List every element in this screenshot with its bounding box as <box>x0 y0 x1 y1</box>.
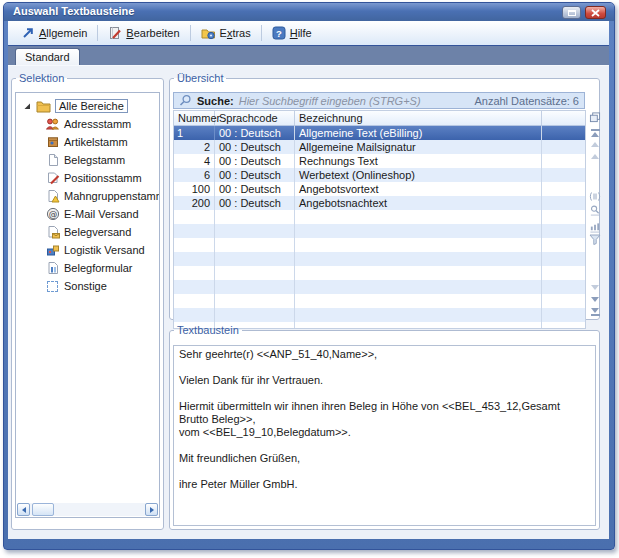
tree-item-belegversand[interactable]: Belegversand <box>16 223 159 241</box>
textbaustein-content[interactable]: Sehr geehrte(r) <<ANP_51_40,Name>>, Viel… <box>173 345 596 526</box>
scroll-right-button[interactable] <box>145 503 158 516</box>
selektion-groupbox: Selektion Alle Bereiche <box>11 72 164 530</box>
cell-sprachcode: 00 : Deutsch <box>215 154 295 168</box>
search-bar[interactable]: Suche: Hier Suchbegriff eingeben (STRG+S… <box>173 92 585 109</box>
tree-item-label: E-Mail Versand <box>64 208 139 220</box>
help-icon: ? <box>272 26 286 40</box>
arrow-left-icon <box>22 507 26 513</box>
tab-standard[interactable]: Standard <box>15 48 80 65</box>
search-input[interactable]: Hier Suchbegriff eingeben (STRG+S) <box>239 95 470 107</box>
menu-extras[interactable]: Extras <box>194 24 258 42</box>
selection-tree[interactable]: Alle Bereiche Adressstamm <box>15 92 160 518</box>
arrow-ne-icon <box>21 26 35 40</box>
window-title: Auswahl Textbausteine <box>13 5 134 17</box>
tree-item-mahngruppenstamm[interactable]: Mahngruppenstamm <box>16 187 159 205</box>
dialog-content: Selektion Alle Bereiche <box>8 65 609 539</box>
screen: Auswahl Textbausteine Allgemein <box>0 0 619 558</box>
document-edit-icon <box>45 171 60 186</box>
tree-item-artikelstamm[interactable]: Artikelstamm <box>16 133 159 151</box>
folder-gear-icon <box>201 26 216 40</box>
tab-strip: Standard <box>8 46 609 65</box>
menu-label: Hilfe <box>290 27 312 39</box>
tree-item-logistik-versand[interactable]: Logistik Versand <box>16 241 159 259</box>
restore-button[interactable] <box>562 6 581 19</box>
menu-hilfe[interactable]: ? Hilfe <box>265 24 319 42</box>
summary-icon[interactable] <box>589 222 601 233</box>
column-width-icon[interactable] <box>589 191 601 202</box>
email-at-icon: @ <box>45 207 60 222</box>
table-row-empty <box>174 294 585 308</box>
title-bar[interactable]: Auswahl Textbausteine <box>4 3 614 21</box>
menu-allgemein[interactable]: Allgemein <box>14 24 94 42</box>
menu-bearbeiten[interactable]: Bearbeiten <box>101 24 186 42</box>
edit-icon <box>108 26 122 40</box>
column-header-bezeichnung[interactable]: Bezeichnung <box>295 111 542 125</box>
table-row-empty <box>174 252 585 266</box>
tree-item-positionsstamm[interactable]: Positionsstamm <box>16 169 159 187</box>
folder-open-icon <box>36 99 51 114</box>
scroll-up-icon[interactable] <box>589 151 601 162</box>
column-header-sprachcode[interactable]: Sprachcode <box>215 111 295 125</box>
filter-icon[interactable] <box>589 234 601 245</box>
tree-item-belegformular[interactable]: Belegformular <box>16 259 159 277</box>
cell-sprachcode: 00 : Deutsch <box>215 168 295 182</box>
tree-item-label: Belegversand <box>64 226 131 238</box>
scroll-left-button[interactable] <box>17 503 30 516</box>
scroll-down-icon[interactable] <box>589 282 601 293</box>
tree-item-email-versand[interactable]: @ E-Mail Versand <box>16 205 159 223</box>
close-button[interactable] <box>585 6 606 19</box>
document-send-icon <box>45 225 60 240</box>
table-row[interactable]: 200 00 : Deutsch Angebotsnachtext <box>174 196 585 210</box>
table-row[interactable]: 1 00 : Deutsch Allgemeine Text (eBilling… <box>174 126 585 140</box>
dashed-box-icon <box>45 279 60 294</box>
cell-nummer: 100 <box>174 182 215 196</box>
cell-bezeichnung: Werbetext (Onlineshop) <box>295 168 542 182</box>
tree-item-label: Sonstige <box>64 280 107 292</box>
menu-label: Allgemein <box>39 27 87 39</box>
tree-item-label: Adressstamm <box>64 118 131 130</box>
tree-item-belegstamm[interactable]: Belegstamm <box>16 151 159 169</box>
records-table[interactable]: Nummer Sprachcode Bezeichnung 1 00 : Deu… <box>173 110 586 329</box>
move-down-icon[interactable] <box>589 294 601 305</box>
textbaustein-groupbox: Textbaustein Sehr geehrte(r) <<ANP_51_40… <box>169 324 600 530</box>
move-up-icon[interactable] <box>589 139 601 150</box>
table-row[interactable]: 4 00 : Deutsch Rechnungs Text <box>174 154 585 168</box>
tree-item-adressstamm[interactable]: Adressstamm <box>16 115 159 133</box>
table-header[interactable]: Nummer Sprachcode Bezeichnung <box>174 111 585 126</box>
table-row[interactable]: 2 00 : Deutsch Allgemeine Mailsignatur <box>174 140 585 154</box>
column-header-nummer[interactable]: Nummer <box>174 111 215 125</box>
column-chooser-icon[interactable] <box>589 112 601 123</box>
cell-sprachcode: 00 : Deutsch <box>215 140 295 154</box>
grid-search-icon[interactable] <box>589 205 601 216</box>
table-row[interactable]: 6 00 : Deutsch Werbetext (Onlineshop) <box>174 168 585 182</box>
cell-sprachcode: 00 : Deutsch <box>215 196 295 210</box>
tab-label: Standard <box>25 51 70 63</box>
tree-item-label: Artikelstamm <box>64 136 128 148</box>
cell-nummer: 6 <box>174 168 215 182</box>
tree-item-label: Mahngruppenstamm <box>64 190 160 202</box>
tree-item-label: Belegformular <box>64 262 132 274</box>
menu-label: Extras <box>220 27 251 39</box>
tree-item-alle-bereiche[interactable]: Alle Bereiche <box>16 97 159 115</box>
table-row[interactable]: 100 00 : Deutsch Angebotsvortext <box>174 182 585 196</box>
search-icon <box>179 94 192 107</box>
tree-item-label: Alle Bereiche <box>55 99 128 113</box>
table-row-empty <box>174 308 585 322</box>
restore-icon <box>568 10 576 16</box>
document-icon <box>45 153 60 168</box>
tree-item-sonstige[interactable]: Sonstige <box>16 277 159 295</box>
cell-bezeichnung: Angebotsnachtext <box>295 196 542 210</box>
scrollbar-thumb[interactable] <box>32 503 54 516</box>
table-row-empty <box>174 266 585 280</box>
table-body: 1 00 : Deutsch Allgemeine Text (eBilling… <box>174 126 585 329</box>
cell-nummer: 1 <box>174 126 215 140</box>
tree-horizontal-scrollbar[interactable] <box>17 503 158 516</box>
table-row-empty <box>174 224 585 238</box>
goto-first-icon[interactable] <box>589 127 601 138</box>
svg-text:@: @ <box>48 209 57 219</box>
uebersicht-legend: Übersicht <box>174 72 226 84</box>
goto-last-icon[interactable] <box>589 306 601 317</box>
svg-text:?: ? <box>276 28 282 39</box>
expander-icon[interactable] <box>22 101 32 111</box>
article-box-icon <box>45 135 60 150</box>
